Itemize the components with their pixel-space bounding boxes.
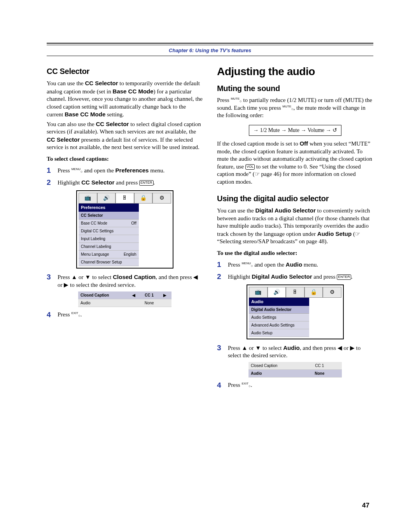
step-3: 3 Press ▲ or ▼ to select Audio, and then…: [217, 343, 373, 360]
mute-button-icon: MUTE: [231, 97, 240, 100]
header-rule-bottom: [47, 56, 373, 56]
step-number: 2: [217, 272, 228, 282]
tab-icon: 🔒: [304, 287, 323, 298]
preferences-menu-figure: 📺 🔊 🎚 🔒 ⚙ Preferences CC Selector Base C…: [76, 190, 173, 268]
step-4: 4 Press EXIT○.: [47, 310, 203, 320]
step-body: Highlight CC Selector and press ENTER.: [58, 178, 203, 188]
subheading: To use the digital audio selector:: [217, 249, 373, 257]
two-column-layout: CC Selector You can use the CC Selector …: [47, 65, 373, 392]
step-3: 3 Press ▲ or ▼ to select Closed Caption,…: [47, 272, 203, 289]
paragraph: You can also use the CC Selector to sele…: [47, 120, 203, 151]
option-row-selected: Audio None: [248, 370, 342, 378]
enter-button-icon: ENTER: [139, 180, 154, 186]
menu-row: Audio Setup: [249, 329, 309, 337]
step-4: 4 Press EXIT○.: [217, 381, 373, 390]
step-number: 1: [217, 260, 228, 270]
menu-tabs: 📺 🔊 🎚 🔒 ⚙: [79, 193, 171, 204]
right-arrow-icon: ▶: [350, 344, 355, 351]
option-row: Audio None: [78, 299, 172, 307]
left-column: CC Selector You can use the CC Selector …: [47, 65, 203, 392]
left-arrow-icon: ◀: [338, 344, 342, 351]
cc-option-figure: Closed Caption ◀ CC 1 ▶ Audio None: [78, 291, 172, 307]
option-row-selected: Closed Caption ◀ CC 1 ▶: [78, 291, 172, 299]
page: Chapter 6: Using the TV's features CC Se…: [0, 0, 420, 392]
step-body: Press MENU○ and open the Audio menu.: [228, 260, 373, 270]
section-heading-cc-selector: CC Selector: [47, 66, 203, 76]
menu-row: Advanced Audio Settings: [249, 321, 309, 329]
right-column: Adjusting the audio Muting the sound Pre…: [217, 65, 373, 392]
menu-row: Menu LanguageEnglish: [79, 251, 139, 258]
menu-row: Audio Settings: [249, 314, 309, 321]
paragraph: You can use the Digital Audio Selector t…: [217, 207, 373, 246]
step-body: Press EXIT○.: [228, 381, 373, 390]
step-1: 1 Press MENU○ and open the Audio menu.: [217, 260, 373, 270]
menu-button-icon: MENU: [242, 262, 251, 265]
mute-button-icon: MUTE: [282, 105, 291, 108]
step-1: 1 Press MENU○ and open the Preferences m…: [47, 166, 203, 176]
step-body: Press ▲ or ▼ to select Closed Caption, a…: [58, 272, 203, 289]
menu-tabs: 📺 🔊 🎚 🔒 ⚙: [249, 287, 341, 298]
menu-title: Audio: [249, 298, 309, 306]
menu-row: Channel Browser Setup: [79, 258, 139, 266]
menu-title: Preferences: [79, 204, 139, 211]
menu-row: Base CC ModeOff: [79, 219, 139, 227]
menu-highlight-row: CC Selector: [79, 212, 139, 219]
step-number: 1: [47, 166, 58, 176]
exit-button-icon: EXIT: [71, 311, 78, 315]
chapter-title: Chapter 6: Using the TV's features: [47, 47, 373, 53]
step-2: 2 Highlight CC Selector and press ENTER.: [47, 178, 203, 188]
menu-button-icon: MENU: [71, 167, 80, 171]
header-rule-top: [47, 43, 373, 45]
right-arrow-icon: ▶: [64, 281, 68, 288]
down-arrow-icon: ▼: [255, 344, 261, 351]
vol-button-icon: VOL: [245, 164, 255, 170]
paragraph: Press MUTE○ to partially reduce (1/2 MUT…: [217, 97, 373, 119]
menu-row: Channel Labeling: [79, 243, 139, 251]
tab-icon: 📺: [79, 193, 97, 204]
tab-icon-active: 🔊: [268, 287, 286, 298]
option-row: Closed Caption CC 1: [248, 362, 342, 370]
paragraph: If the closed caption mode is set to Off…: [217, 140, 373, 186]
tab-icon: 🔒: [134, 193, 153, 204]
step-number: 2: [47, 178, 58, 188]
step-number: 4: [217, 381, 228, 390]
enter-button-icon: ENTER: [337, 274, 351, 280]
subheading: To select closed captions:: [47, 155, 203, 163]
step-body: Press EXIT○.: [58, 310, 203, 320]
menu-row: Digital CC Settings: [79, 227, 139, 235]
step-number: 4: [47, 310, 58, 320]
step-2: 2 Highlight Digital Audio Selector and p…: [217, 272, 373, 282]
up-arrow-icon: ▲: [242, 344, 247, 351]
step-body: Press ▲ or ▼ to select Audio, and then p…: [228, 343, 373, 360]
exit-button-icon: EXIT: [242, 382, 248, 385]
down-arrow-icon: ▼: [85, 274, 91, 280]
subsection-muting-sound: Muting the sound: [217, 83, 373, 93]
tab-icon: ⚙: [152, 193, 171, 204]
left-arrow-icon: ◀: [193, 274, 198, 280]
mute-flow-diagram: → 1/2 Mute → Mute → Volume → ↺: [217, 121, 373, 140]
tab-icon: 🔊: [97, 193, 116, 204]
menu-row: Input Labeling: [79, 235, 139, 243]
menu-highlight-row: Digital Audio Selector: [249, 306, 309, 314]
hand-pointer-icon: ☞: [355, 231, 360, 237]
up-arrow-icon: ▲: [71, 274, 77, 280]
tab-icon: ⚙: [323, 287, 341, 298]
tab-icon: 🎚: [286, 287, 304, 298]
audio-menu-figure: 📺 🔊 🎚 🔒 ⚙ Audio Digital Audio Selector A…: [247, 284, 344, 339]
left-arrow-icon: ◀: [129, 293, 138, 298]
step-number: 3: [217, 343, 228, 360]
section-heading-adjusting-audio: Adjusting the audio: [217, 65, 373, 79]
tab-icon-active: 🎚: [116, 193, 134, 204]
subsection-digital-audio-selector: Using the digital audio selector: [217, 193, 373, 204]
step-body: Highlight Digital Audio Selector and pre…: [228, 272, 373, 282]
tab-icon: 📺: [249, 287, 268, 298]
page-number: 47: [362, 502, 369, 509]
audio-option-figure: Closed Caption CC 1 Audio None: [248, 362, 342, 378]
right-arrow-icon: ▶: [160, 293, 169, 298]
paragraph: You can use the CC Selector to temporari…: [47, 79, 203, 119]
step-body: Press MENU○ and open the Preferences men…: [58, 166, 203, 176]
hand-pointer-icon: ☞: [255, 171, 260, 177]
step-number: 3: [47, 272, 58, 289]
